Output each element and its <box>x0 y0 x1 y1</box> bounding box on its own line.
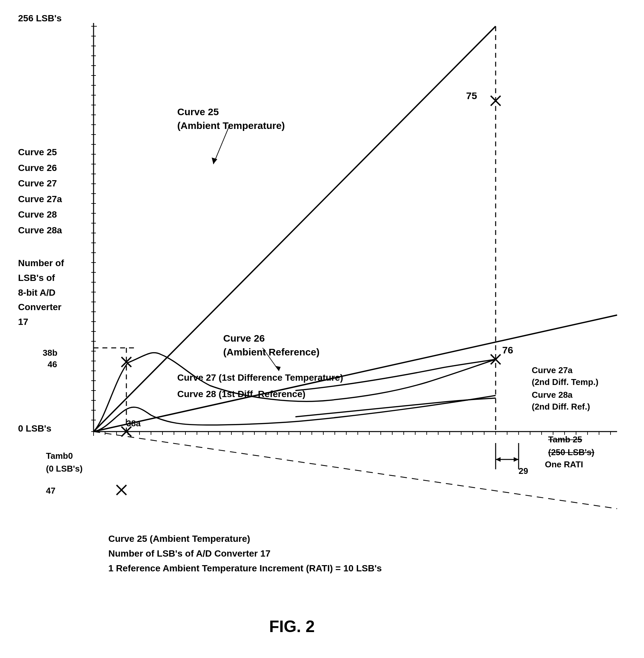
legend-curve26: Curve 26 <box>18 160 62 176</box>
legend-curve28: Curve 28 <box>18 207 62 222</box>
fig-label: FIG. 2 <box>269 617 315 636</box>
caption-line2: Number of LSB's of A/D Converter 17 <box>108 546 382 561</box>
legend-curve28a: Curve 28a <box>18 222 62 238</box>
svg-marker-112 <box>212 158 217 164</box>
curve25-annotation: Curve 25 (Ambient Temperature) <box>177 105 285 133</box>
one-rati-label: One RATI <box>545 460 583 470</box>
label-38b: 38b <box>43 348 58 358</box>
legend-curve27: Curve 27 <box>18 175 62 191</box>
tamb25-label: Tamb 25 (250 LSB's) <box>548 433 594 459</box>
svg-marker-114 <box>275 366 281 371</box>
curve28a-annotation: Curve 28a (2nd Diff. Ref.) <box>532 389 590 413</box>
y-desc-line5: 17 <box>18 315 64 329</box>
legend-curve27a: Curve 27a <box>18 191 62 207</box>
y-desc-line2: LSB's of <box>18 271 64 285</box>
legend-area: Curve 25 Curve 26 Curve 27 Curve 27a Cur… <box>18 144 62 238</box>
curve28-annotation: Curve 28 (1st Diff. Reference) <box>177 389 305 399</box>
legend-curve25: Curve 25 <box>18 144 62 160</box>
curve27a-annotation: Curve 27a (2nd Diff. Temp.) <box>532 364 598 388</box>
bottom-caption: Curve 25 (Ambient Temperature) Number of… <box>108 532 382 575</box>
label-75: 75 <box>466 90 477 101</box>
caption-line3: 1 Reference Ambient Temperature Incremen… <box>108 561 382 576</box>
curve26-annotation: Curve 26 (Ambient Reference) <box>223 331 319 359</box>
y-desc-line4: Converter <box>18 300 64 315</box>
label-47: 47 <box>46 486 55 496</box>
curve27-annotation: Curve 27 (1st Difference Temperature) <box>177 373 343 383</box>
y-axis-desc: Number of LSB's of 8-bit A/D Converter 1… <box>18 256 64 329</box>
label-29: 29 <box>519 466 528 476</box>
y-desc-line3: 8-bit A/D <box>18 285 64 300</box>
caption-line1: Curve 25 (Ambient Temperature) <box>108 532 382 546</box>
y-axis-top-label: 256 LSB's <box>18 13 62 24</box>
page-container: { "title": "FIG. 2", "y_axis_top": "256 … <box>0 0 644 658</box>
label-76: 76 <box>502 345 513 356</box>
svg-marker-99 <box>514 457 519 462</box>
tamb0-label: Tamb0 (0 LSB's) <box>46 450 83 475</box>
svg-marker-98 <box>496 457 501 462</box>
svg-line-110 <box>94 431 617 509</box>
y-desc-line1: Number of <box>18 256 64 271</box>
label-46: 46 <box>48 359 57 370</box>
zero-lsb-label: 0 LSB's <box>18 423 51 434</box>
svg-line-90 <box>94 26 496 431</box>
label-38a: 38a <box>127 418 140 429</box>
